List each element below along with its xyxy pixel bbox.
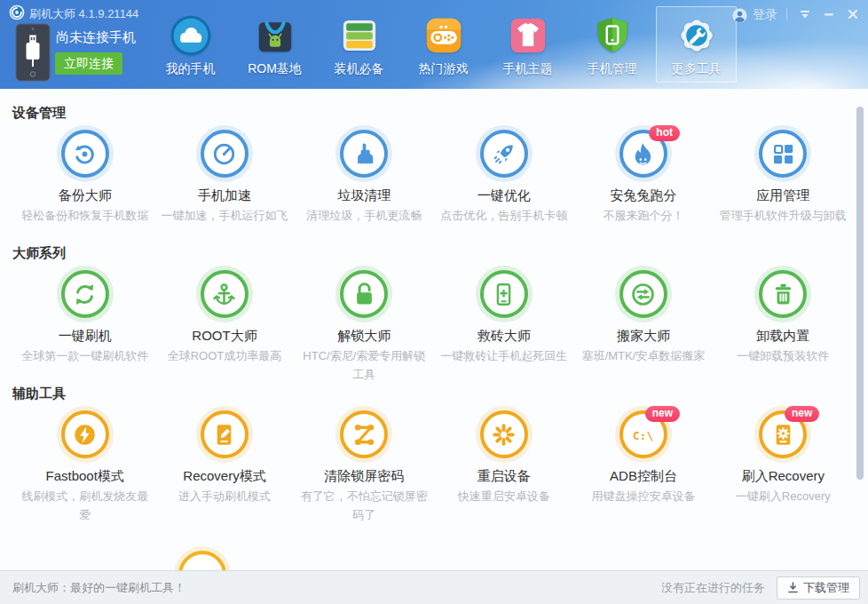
- tool-pattern[interactable]: 清除锁屏密码有了它，不怕忘记锁屏密码了: [295, 407, 434, 524]
- optimize-icon: [480, 130, 528, 178]
- root-icon: [201, 270, 249, 318]
- tool-name: 清除锁屏密码: [324, 467, 404, 485]
- divider: [786, 8, 787, 20]
- tool-name: 手机加速: [198, 187, 251, 204]
- reboot-icon: [480, 410, 528, 458]
- header: 刷机大师 4.1.9.21144 尚未连接手机 立即连接 我的手机ROM基地装机…: [0, 0, 868, 89]
- section-device-manage: 设备管理备份大师轻松备份和恢复手机数据手机加速一键加速，手机运行如飞垃圾清理清理…: [0, 103, 868, 243]
- tool-desc: 用键盘操控安卓设备: [577, 487, 710, 524]
- section-master-series: 大师系列一键刷机全球第一款一键刷机软件ROOT大师全球ROOT成功率最高解锁大师…: [0, 243, 868, 384]
- clean-icon: [340, 130, 388, 178]
- tool-recovery[interactable]: Recovery模式进入手动刷机模式: [154, 407, 294, 524]
- tool-adb[interactable]: C:\newADB控制台用键盘操控安卓设备: [573, 407, 713, 524]
- tool-desc: 一键卸载预装软件: [716, 346, 849, 384]
- tool-rescue[interactable]: 救砖大师一键救砖让手机起死回生: [434, 266, 573, 384]
- download-icon: [787, 582, 799, 593]
- tool-antutu[interactable]: hot安兔兔跑分不服来跑个分！: [573, 126, 713, 243]
- tool-name: ADB控制台: [610, 467, 677, 485]
- tool-flashrecovery[interactable]: new刷入Recovery一键刷入Recovery: [714, 407, 853, 524]
- tool-unlock[interactable]: 解锁大师HTC/索尼/索爱专用解锁工具: [295, 266, 434, 384]
- tool-desc: 不服来跑个分！: [577, 206, 710, 243]
- minimize-button[interactable]: [823, 8, 835, 20]
- nav-tab-label: 热门游戏: [419, 61, 469, 77]
- tool-name: 一键优化: [477, 187, 531, 204]
- connect-status-text: 尚未连接手机: [56, 29, 136, 46]
- hot-badge: hot: [649, 125, 680, 141]
- phone-themes-icon: [506, 13, 550, 58]
- tool-speedup[interactable]: 手机加速一键加速，手机运行如飞: [154, 126, 294, 243]
- nav-tab-label: ROM基地: [248, 61, 302, 77]
- nav-tab-essential-apps[interactable]: 装机必备: [319, 6, 399, 83]
- tool-grid: Fastboot模式线刷模式，刷机发烧友最爱Recovery模式进入手动刷机模式…: [0, 407, 868, 524]
- nav-tab-label: 更多工具: [672, 61, 722, 77]
- scrollbar-thumb[interactable]: [856, 107, 864, 480]
- tool-backup[interactable]: 备份大师轻松备份和恢复手机数据: [15, 126, 154, 243]
- tool-name: 救砖大师: [477, 327, 531, 345]
- tool-fastboot[interactable]: Fastboot模式线刷模式，刷机发烧友最爱: [15, 407, 154, 524]
- tool-desc: 全球ROOT成功率最高: [158, 346, 291, 384]
- svg-text:C:\: C:\: [633, 428, 654, 441]
- tool-name: 备份大师: [59, 187, 112, 204]
- tool-appmanage[interactable]: 应用管理管理手机软件升级与卸载: [714, 126, 853, 243]
- app-logo-icon: [9, 4, 25, 20]
- nav-tab-phone-themes[interactable]: 手机主题: [487, 6, 568, 83]
- next-row-peek-icon[interactable]: [178, 551, 226, 570]
- tool-desc: 有了它，不怕忘记锁屏密码了: [297, 487, 430, 524]
- login-button[interactable]: 登录: [732, 7, 777, 23]
- tool-desc: 塞班/MTK/安卓数据搬家: [577, 346, 710, 384]
- appmanage-icon: [759, 130, 807, 178]
- tool-move[interactable]: 搬家大师塞班/MTK/安卓数据搬家: [573, 266, 713, 384]
- close-button[interactable]: [847, 8, 859, 20]
- flash-icon: [61, 270, 109, 318]
- main-menu-button[interactable]: [799, 8, 811, 20]
- tool-name: 卸载内置: [756, 327, 809, 345]
- tool-desc: 点击优化，告别手机卡顿: [438, 206, 571, 243]
- phone-disconnected-icon: [15, 23, 51, 82]
- fastboot-icon: [61, 410, 109, 458]
- tool-name: 安兔兔跑分: [610, 187, 676, 204]
- move-icon: [619, 270, 667, 318]
- window-controls: [786, 8, 859, 20]
- tool-desc: 全球第一款一键刷机软件: [19, 346, 152, 384]
- window-title: 刷机大师 4.1.9.21144: [29, 6, 138, 22]
- connect-now-button[interactable]: 立即连接: [55, 52, 122, 75]
- user-avatar-icon: [732, 8, 747, 23]
- new-badge: new: [785, 406, 819, 422]
- tool-flash[interactable]: 一键刷机全球第一款一键刷机软件: [15, 266, 154, 384]
- tool-clean[interactable]: 垃圾清理清理垃圾，手机更流畅: [295, 126, 434, 243]
- nav-tab-rom-base[interactable]: ROM基地: [234, 6, 315, 83]
- download-manager-button[interactable]: 下载管理: [777, 576, 860, 600]
- section-title-master-series: 大师系列: [0, 243, 868, 263]
- nav-tab-hot-games[interactable]: 热门游戏: [403, 6, 484, 83]
- nav-tab-label: 我的手机: [166, 61, 216, 77]
- tool-grid: 备份大师轻松备份和恢复手机数据手机加速一键加速，手机运行如飞垃圾清理清理垃圾，手…: [0, 126, 868, 243]
- rom-base-icon: [253, 13, 297, 58]
- my-phone-icon: [169, 13, 213, 58]
- tool-name: Recovery模式: [183, 467, 265, 485]
- nav-tab-more-tools[interactable]: 更多工具: [656, 6, 737, 83]
- tool-name: 解锁大师: [337, 327, 391, 345]
- tool-name: 垃圾清理: [337, 187, 391, 204]
- nav-tab-my-phone[interactable]: 我的手机: [150, 6, 231, 83]
- new-badge: new: [645, 406, 680, 422]
- section-title-aux-tools: 辅助工具: [0, 384, 868, 403]
- recovery-icon: [201, 410, 249, 458]
- tool-desc: 快速重启安卓设备: [438, 487, 571, 524]
- tool-reboot[interactable]: 重启设备快速重启安卓设备: [434, 407, 573, 524]
- tool-name: 一键刷机: [59, 327, 112, 345]
- tool-desc: 管理手机软件升级与卸载: [716, 206, 849, 243]
- tasks-status-text: 没有正在进行的任务: [661, 580, 765, 596]
- tool-root[interactable]: ROOT大师全球ROOT成功率最高: [154, 266, 294, 384]
- tool-uninstall[interactable]: 卸载内置一键卸载预装软件: [714, 266, 853, 384]
- login-label: 登录: [753, 7, 777, 23]
- nav-tab-label: 手机管理: [588, 61, 637, 77]
- uninstall-icon: [759, 270, 807, 318]
- tool-optimize[interactable]: 一键优化点击优化，告别手机卡顿: [434, 126, 573, 243]
- backup-icon: [61, 130, 109, 178]
- tool-desc: 清理垃圾，手机更流畅: [297, 206, 430, 243]
- nav-tab-phone-manage[interactable]: 手机管理: [572, 6, 652, 83]
- antutu-icon: hot: [619, 130, 667, 178]
- speedup-icon: [201, 130, 249, 178]
- essential-apps-icon: [337, 13, 382, 58]
- unlock-icon: [340, 270, 388, 318]
